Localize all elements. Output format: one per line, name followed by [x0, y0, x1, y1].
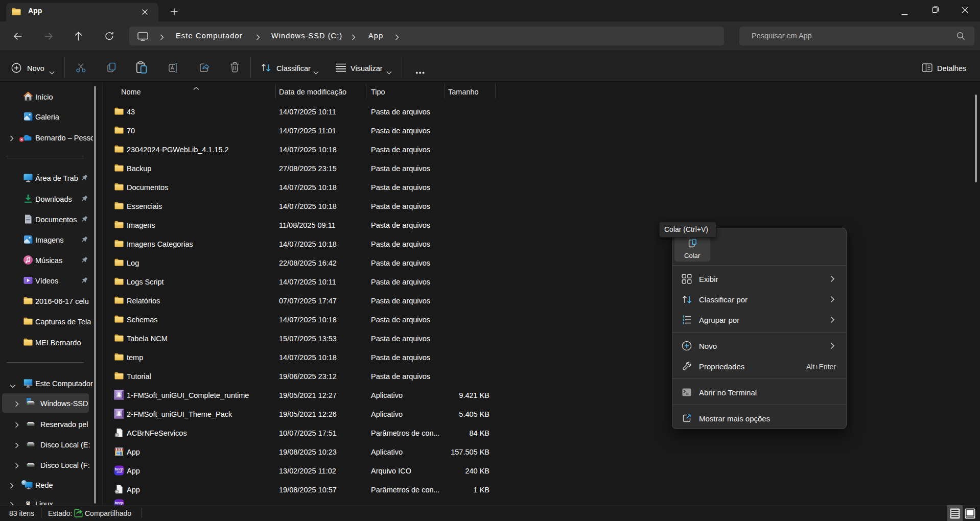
svg-text:beep: beep	[115, 467, 123, 471]
svg-text:beep: beep	[115, 501, 123, 505]
svg-text:,2025: ,2025	[116, 471, 123, 473]
